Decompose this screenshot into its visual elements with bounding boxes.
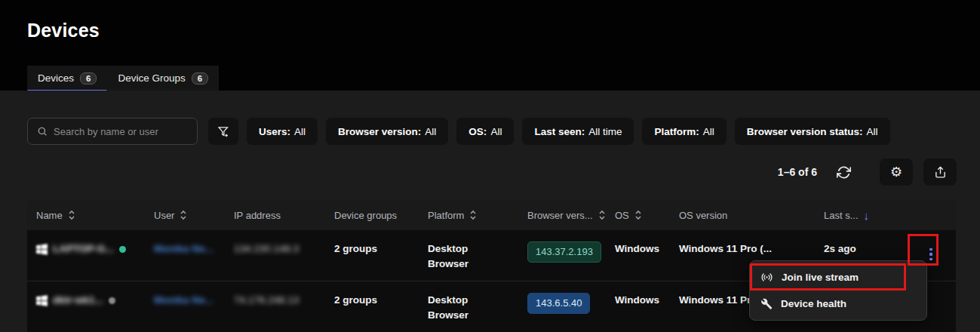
tab-device-groups[interactable]: Device Groups 6 xyxy=(107,66,219,91)
windows-logo-icon xyxy=(36,295,48,311)
menu-item-label: Join live stream xyxy=(782,272,859,283)
cell-platform: Desktop Browser xyxy=(419,230,518,281)
column-label: IP address xyxy=(234,210,281,221)
browser-version-badge: 143.6.5.40 xyxy=(527,293,590,314)
filter-chip-os[interactable]: OS: All xyxy=(456,118,514,145)
column-label: Last s... xyxy=(824,210,859,221)
cell-browser-version: 143.6.5.40 xyxy=(518,281,606,332)
tab-devices[interactable]: Devices 6 xyxy=(27,66,107,91)
cell-os: Windows xyxy=(606,230,670,281)
windows-logo-icon xyxy=(36,244,48,260)
filter-chip-last-seen[interactable]: Last seen: All time xyxy=(522,118,634,145)
status-dot-online xyxy=(119,246,126,253)
refresh-icon xyxy=(837,165,851,180)
ip-address: 134.230.148.3 xyxy=(234,243,299,254)
search-box[interactable] xyxy=(27,118,198,145)
chip-value: All xyxy=(425,126,436,137)
tab-device-groups-label: Device Groups xyxy=(118,72,185,84)
cell-device-groups: 2 groups xyxy=(325,230,419,281)
sort-icon xyxy=(180,210,187,220)
platform-value: Desktop Browser xyxy=(428,293,478,323)
device-health-icon xyxy=(760,298,773,310)
sort-icon xyxy=(634,210,642,220)
column-header-browser-version[interactable]: Browser vers... xyxy=(518,200,606,230)
ip-address: 74.176.248.13 xyxy=(234,294,299,306)
export-icon xyxy=(934,166,947,179)
chip-label: Browser version status: xyxy=(747,126,863,137)
gear-icon: ⚙ xyxy=(890,164,902,180)
user-link[interactable]: Monika Ne... xyxy=(154,243,214,254)
cell-platform: Desktop Browser xyxy=(419,281,518,332)
cell-ip: 134.230.148.3 xyxy=(225,230,325,281)
browser-version-badge: 143.37.2.193 xyxy=(527,241,601,263)
chip-label: OS: xyxy=(468,126,487,137)
filter-chip-users[interactable]: Users: All xyxy=(247,118,318,145)
column-header-actions xyxy=(913,200,956,230)
sort-icon xyxy=(68,210,75,220)
sort-desc-arrow-icon: ↓ xyxy=(864,209,870,222)
cell-user[interactable]: Monika Ne... xyxy=(145,281,225,332)
menu-item-label: Device health xyxy=(781,298,846,309)
tab-device-groups-count-badge: 6 xyxy=(192,72,208,85)
filter-funnel-icon xyxy=(217,125,230,138)
chip-label: Last seen: xyxy=(534,126,585,137)
live-stream-icon xyxy=(760,271,773,284)
column-label: Platform xyxy=(428,210,464,221)
user-link[interactable]: Monika Ne... xyxy=(154,294,214,306)
column-label: Browser vers... xyxy=(527,210,593,221)
refresh-button[interactable] xyxy=(837,165,851,180)
chip-value: All xyxy=(703,126,714,137)
search-input[interactable] xyxy=(54,126,188,137)
add-filter-button[interactable] xyxy=(208,118,238,145)
column-label: OS xyxy=(615,210,629,221)
tab-bar: Devices 6 Device Groups 6 xyxy=(27,66,219,91)
search-icon xyxy=(37,126,48,137)
column-label: User xyxy=(154,210,174,221)
sort-icon xyxy=(469,210,477,220)
column-header-platform[interactable]: Platform xyxy=(419,200,518,230)
pagination-range: 1–6 of 6 xyxy=(778,166,817,178)
cell-browser-version: 143.37.2.193 xyxy=(518,230,606,281)
column-header-user[interactable]: User xyxy=(145,200,225,230)
chip-label: Browser version: xyxy=(338,126,421,137)
devices-page: Devices Devices 6 Device Groups 6 xyxy=(0,0,980,332)
page-title: Devices xyxy=(27,20,100,42)
table-settings-button[interactable]: ⚙ xyxy=(880,158,913,186)
menu-item-device-health[interactable]: Device health xyxy=(750,290,926,317)
column-header-ip[interactable]: IP address xyxy=(225,200,325,230)
cell-user[interactable]: Monika Ne... xyxy=(145,230,225,281)
chip-value: All time xyxy=(588,126,622,137)
tab-devices-count-badge: 6 xyxy=(80,72,97,85)
platform-value: Desktop Browser xyxy=(428,241,478,272)
table-toolbar: 1–6 of 6 ⚙ xyxy=(778,158,957,186)
chip-value: All xyxy=(294,126,306,137)
row-actions-context-menu: Join live stream Device health xyxy=(749,260,927,321)
cell-device-groups: 2 groups xyxy=(325,281,419,332)
filter-row: Users: All Browser version: All OS: All … xyxy=(27,118,890,145)
tab-devices-label: Devices xyxy=(38,72,74,84)
filter-chip-browser-version-status[interactable]: Browser version status: All xyxy=(735,118,890,145)
column-header-os-version[interactable]: OS version xyxy=(670,200,815,230)
column-header-device-groups[interactable]: Device groups xyxy=(325,200,419,230)
chip-label: Platform: xyxy=(654,126,699,137)
filter-chip-platform[interactable]: Platform: All xyxy=(642,118,726,145)
cell-os: Windows xyxy=(606,281,670,332)
column-label: Name xyxy=(36,210,63,221)
device-name: dktr-wk1... xyxy=(53,293,103,308)
status-dot-offline xyxy=(109,297,115,304)
cell-name[interactable]: LAPTOP-G... xyxy=(27,230,145,281)
filter-chip-browser-version[interactable]: Browser version: All xyxy=(326,118,448,145)
column-label: Device groups xyxy=(334,210,397,221)
cell-name[interactable]: dktr-wk1... xyxy=(27,281,145,332)
cell-ip: 74.176.248.13 xyxy=(225,281,325,332)
menu-item-join-live-stream[interactable]: Join live stream xyxy=(750,264,926,290)
sort-icon xyxy=(598,210,606,220)
column-label: OS version xyxy=(679,210,727,221)
chip-value: All xyxy=(867,126,878,137)
column-header-name[interactable]: Name xyxy=(27,200,145,230)
device-name: LAPTOP-G... xyxy=(53,241,114,257)
column-header-os[interactable]: OS xyxy=(606,200,670,230)
column-header-last-seen[interactable]: Last s... ↓ xyxy=(815,200,913,230)
table-header-row: Name User IP address Device groups Platf… xyxy=(27,200,956,230)
export-button[interactable] xyxy=(923,158,957,186)
